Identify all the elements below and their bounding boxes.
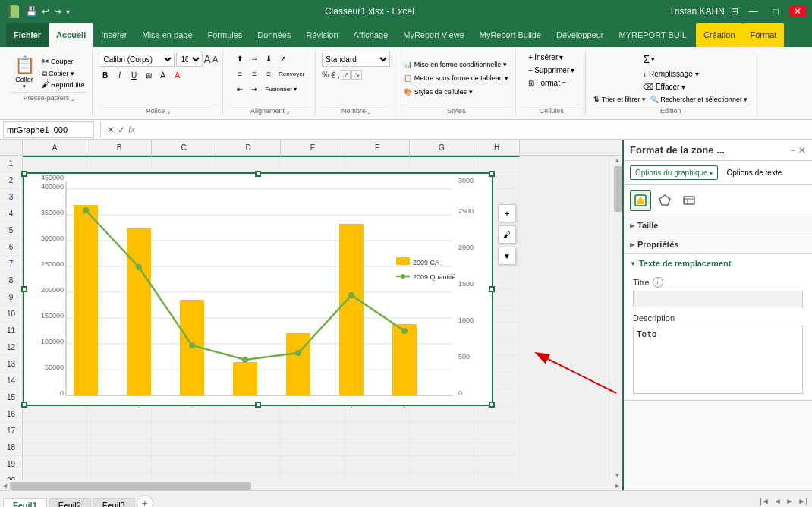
- italic-btn[interactable]: I: [113, 68, 127, 82]
- vertical-scrollbar[interactable]: ▲ ▼: [612, 156, 622, 480]
- panel-close-btn[interactable]: ✕: [798, 145, 806, 156]
- handle-tm[interactable]: [255, 171, 261, 177]
- indent-inc-btn[interactable]: ⇥: [247, 82, 261, 96]
- scroll-down-btn[interactable]: ▼: [613, 471, 622, 480]
- wrap-btn[interactable]: Renvoyer: [276, 67, 307, 80]
- font-grow-btn[interactable]: A: [204, 53, 211, 65]
- tab-format[interactable]: Format: [743, 23, 785, 47]
- tab-formules[interactable]: Formules: [200, 23, 250, 47]
- sheet-tab-feuil1[interactable]: Feuil1: [3, 498, 47, 508]
- maximize-btn[interactable]: □: [769, 6, 783, 17]
- border-btn[interactable]: ⊞: [142, 68, 156, 82]
- clear-btn[interactable]: ⌫ Effacer ▾: [641, 81, 700, 93]
- tab-fichier[interactable]: Fichier: [6, 23, 49, 47]
- align-center-btn[interactable]: ≡: [247, 67, 261, 80]
- insert-btn[interactable]: +Insérer▾: [527, 52, 576, 63]
- tab-myreport-buil[interactable]: MYREPORT BUIL: [611, 23, 694, 47]
- alt-description-textarea[interactable]: Toto: [633, 326, 803, 394]
- section-proprietes-header[interactable]: ▶ Propriétés: [624, 235, 812, 254]
- handle-mr[interactable]: [489, 286, 495, 292]
- cut-btn[interactable]: ✂Couper: [39, 55, 87, 68]
- cell-b1[interactable]: [87, 156, 152, 172]
- delete-btn[interactable]: −Supprimer▾: [527, 65, 576, 76]
- subtab-options-texte[interactable]: Options de texte: [721, 165, 787, 180]
- fill-color-btn[interactable]: A: [156, 68, 170, 82]
- font-color-btn[interactable]: A: [171, 68, 184, 82]
- cell-g1[interactable]: [410, 156, 474, 172]
- scroll-up-btn[interactable]: ▲: [613, 156, 622, 165]
- col-header-c[interactable]: C: [152, 140, 216, 155]
- minimize-btn[interactable]: —: [744, 6, 763, 17]
- cell-e1[interactable]: [281, 156, 345, 172]
- bold-btn[interactable]: B: [99, 68, 112, 82]
- handle-ml[interactable]: [21, 286, 27, 292]
- col-header-b[interactable]: B: [87, 140, 152, 155]
- sheet-tab-feuil3[interactable]: Feuil3: [93, 498, 135, 508]
- col-header-a[interactable]: A: [23, 140, 87, 155]
- handle-bm[interactable]: [255, 402, 261, 408]
- sheet-tab-feuil2[interactable]: Feuil2: [49, 498, 91, 508]
- alt-title-input[interactable]: [633, 291, 803, 307]
- fill-effect-btn[interactable]: [630, 190, 651, 211]
- sum-btn[interactable]: Σ ▾: [641, 52, 700, 67]
- name-box[interactable]: mrGraphe1_000: [3, 121, 94, 138]
- align-bot-btn[interactable]: ⬇: [262, 52, 275, 65]
- align-top-btn[interactable]: ⬆: [233, 52, 247, 65]
- merge-btn[interactable]: Fusionner ▾: [262, 82, 300, 96]
- align-mid-btn[interactable]: ↔: [247, 52, 261, 65]
- tab-myreport-build[interactable]: MyReport Builde: [472, 23, 549, 47]
- h-scroll-thumb[interactable]: [10, 482, 251, 490]
- format-ribbon-btn[interactable]: ⊞Format ~: [527, 77, 576, 89]
- decimal-dec-btn[interactable]: ,↘: [351, 70, 361, 80]
- tab-accueil[interactable]: Accueil: [49, 23, 93, 47]
- align-left-btn[interactable]: ≡: [233, 67, 247, 80]
- number-format-select[interactable]: Standard: [322, 52, 390, 67]
- cell-a1[interactable]: [23, 156, 87, 172]
- subtab-options-graphique[interactable]: Options du graphique ▾: [630, 165, 718, 180]
- fill-btn[interactable]: ↓ Remplissage ▾: [641, 68, 700, 80]
- quick-access-save[interactable]: 💾: [26, 6, 37, 17]
- handle-bl[interactable]: [21, 402, 27, 408]
- scroll-tabs-left[interactable]: ◄: [773, 496, 783, 507]
- col-header-h[interactable]: H: [474, 140, 520, 155]
- handle-br[interactable]: [489, 402, 495, 408]
- add-chart-element-btn[interactable]: +: [498, 204, 516, 222]
- orientation-btn[interactable]: ↗: [276, 52, 290, 65]
- col-header-d[interactable]: D: [216, 140, 281, 155]
- cell-h1[interactable]: [474, 156, 520, 172]
- copy-btn[interactable]: ⧉Copier ▾: [39, 68, 87, 79]
- scroll-tabs-right[interactable]: ►: [785, 496, 795, 507]
- add-sheet-btn[interactable]: +: [137, 495, 153, 508]
- tab-inserer[interactable]: Insérer: [93, 23, 134, 47]
- format-painter-btn[interactable]: 🖌Reproduire: [39, 80, 87, 90]
- effects-btn[interactable]: [654, 190, 675, 211]
- font-shrink-btn[interactable]: A: [212, 55, 218, 64]
- cell-d1[interactable]: [216, 156, 281, 172]
- align-right-btn[interactable]: ≡: [262, 67, 275, 80]
- tab-myreport-view[interactable]: MyReport Viewe: [395, 23, 472, 47]
- tab-donnees[interactable]: Données: [250, 23, 298, 47]
- chart-container[interactable]: 0 50000 100000 150000 200000 250000 3000…: [23, 172, 493, 406]
- cell-f1[interactable]: [345, 156, 410, 172]
- font-name-select[interactable]: Calibri (Corps): [99, 52, 175, 67]
- tab-revision[interactable]: Révision: [298, 23, 345, 47]
- scroll-tabs-last[interactable]: ►|: [797, 496, 810, 507]
- tab-developpeur[interactable]: Développeur: [549, 23, 611, 47]
- h-scrollbar-track[interactable]: [10, 482, 612, 490]
- search-ribbon-btn[interactable]: 🔍 Rechercher et sélectionner ▾: [649, 94, 750, 105]
- close-btn[interactable]: ✕: [789, 6, 806, 17]
- col-header-g[interactable]: G: [410, 140, 474, 155]
- cell-c1[interactable]: [152, 156, 216, 172]
- col-header-f[interactable]: F: [345, 140, 410, 155]
- indent-dec-btn[interactable]: ⇤: [233, 82, 247, 96]
- handle-tr[interactable]: [489, 171, 495, 177]
- confirm-icon[interactable]: ✓: [118, 124, 125, 135]
- font-size-select[interactable]: 10: [176, 52, 203, 67]
- col-header-e[interactable]: E: [281, 140, 345, 155]
- quick-access-undo[interactable]: ↩: [42, 6, 49, 17]
- scroll-tabs-first[interactable]: |◄: [758, 496, 771, 507]
- ribbon-toggle[interactable]: ⊟: [731, 6, 738, 17]
- scroll-right-btn[interactable]: ►: [612, 482, 622, 490]
- section-taille-header[interactable]: ▶ Taille: [624, 216, 812, 235]
- scroll-left-btn[interactable]: ◄: [0, 482, 10, 490]
